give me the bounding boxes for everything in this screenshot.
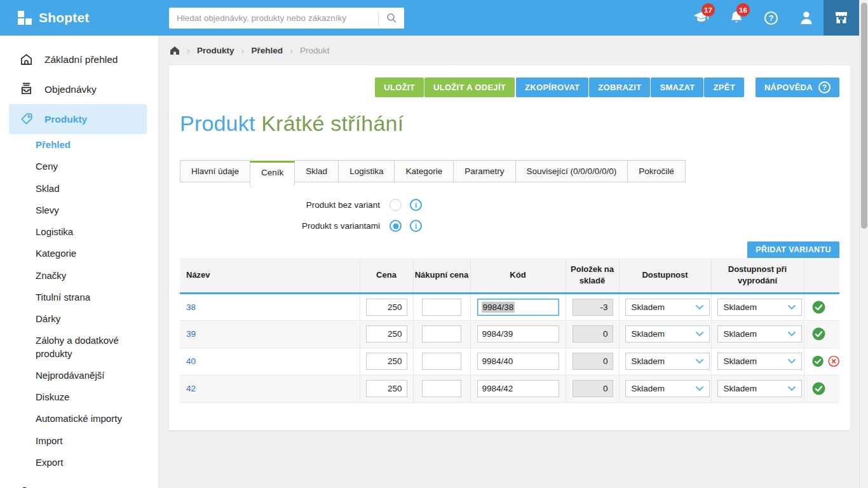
availability-select[interactable]: Skladem [625, 299, 710, 316]
visible-check-icon[interactable] [812, 382, 825, 395]
store-button[interactable] [824, 0, 859, 36]
save-button[interactable]: ULOŽIT [375, 78, 424, 97]
variant-row-39: 39 Skladem Skladem [180, 320, 839, 348]
sidebar-item-label: Základní přehled [44, 54, 118, 65]
variant-without-label: Produkt bez variant [180, 200, 390, 210]
sidebar-subitem-logistika[interactable]: Logistika [0, 221, 158, 243]
tab-kategorie[interactable]: Kategorie [394, 160, 454, 182]
info-icon[interactable]: i [410, 220, 422, 232]
info-icon[interactable]: i [410, 199, 422, 211]
price-input[interactable] [366, 299, 407, 316]
help-icon: ? [764, 11, 778, 25]
sidebar-item-objednavky[interactable]: Objednávky [0, 74, 158, 104]
chevron-down-icon [787, 331, 796, 337]
soldout-availability-select[interactable]: Skladem [717, 325, 802, 342]
sidebar: Základní přehled Objednávky Produkty Pře… [0, 36, 159, 488]
code-input-focused[interactable]: 9984/38 [477, 299, 559, 316]
availability-select[interactable]: Skladem [625, 325, 710, 342]
copy-button[interactable]: ZKOPÍROVAT [516, 78, 588, 97]
page-title: Produkt Krátké stříhání [180, 111, 839, 136]
price-input[interactable] [366, 380, 407, 397]
sidebar-subitem-ceny[interactable]: Ceny [0, 156, 158, 177]
variant-without-radio[interactable] [390, 199, 402, 211]
availability-select[interactable]: Skladem [625, 353, 710, 370]
sidebar-item-zakladni-prehled[interactable]: Základní přehled [0, 44, 158, 74]
tab-hlavni-udaje[interactable]: Hlavní údaje [180, 160, 250, 182]
sidebar-subitem-znacky[interactable]: Značky [0, 265, 158, 287]
code-input[interactable] [477, 325, 559, 342]
view-button[interactable]: ZOBRAZIT [589, 78, 650, 97]
help-button-card[interactable]: NÁPOVĚDA ? [756, 78, 839, 97]
tab-parametry[interactable]: Parametry [453, 160, 515, 182]
orders-icon [19, 82, 34, 97]
sidebar-subitem-automaticke-importy[interactable]: Automatické importy [0, 408, 158, 430]
variant-name-link[interactable]: 38 [180, 302, 196, 312]
sidebar-item-produkty[interactable]: Produkty [9, 104, 147, 134]
variant-name-link[interactable]: 39 [180, 329, 196, 339]
page-scrollbar[interactable] [859, 0, 868, 488]
account-button[interactable] [789, 0, 824, 36]
sidebar-subitem-darky[interactable]: Dárky [0, 308, 158, 330]
sidebar-subitem-sklad[interactable]: Sklad [0, 178, 158, 200]
product-card: ULOŽIT ULOŽIT A ODEJÍT ZKOPÍROVAT ZOBRAZ… [169, 65, 850, 430]
search-input[interactable] [169, 13, 378, 23]
tab-souvisejici[interactable]: Související (0/0/0/0/0/0) [515, 160, 628, 182]
delete-button[interactable]: SMAZAT [651, 78, 703, 97]
code-input[interactable] [477, 380, 559, 397]
sidebar-subitem-kategorie[interactable]: Kategorie [0, 243, 158, 264]
sidebar-subitem-export[interactable]: Export [0, 452, 158, 473]
soldout-availability-select[interactable]: Skladem [717, 380, 802, 397]
breadcrumb-separator: › [187, 45, 190, 56]
soldout-availability-select[interactable]: Skladem [717, 353, 802, 370]
price-input[interactable] [366, 325, 407, 342]
sidebar-subitem-slevy[interactable]: Slevy [0, 200, 158, 221]
action-buttons: ULOŽIT ULOŽIT A ODEJÍT ZKOPÍROVAT ZOBRAZ… [180, 65, 839, 97]
scrollbar-thumb[interactable] [861, 3, 867, 229]
customers-icon [19, 485, 34, 488]
soldout-availability-select[interactable]: Skladem [717, 299, 802, 316]
tab-cenik[interactable]: Ceník [250, 161, 295, 186]
shoptet-logo[interactable]: Shoptet [0, 10, 159, 25]
variant-with-radio[interactable] [390, 220, 402, 232]
help-button[interactable]: ? [754, 0, 789, 36]
academy-button[interactable]: 17 [684, 0, 719, 36]
sidebar-subitem-import[interactable]: Import [0, 430, 158, 452]
col-header-dostupnost: Dostupnost [619, 258, 711, 293]
search-icon[interactable] [379, 8, 404, 29]
sidebar-subitem-nejprodavanejsi[interactable]: Nejprodávanější [0, 365, 158, 386]
notifications-button[interactable]: 16 [719, 0, 754, 36]
save-and-exit-button[interactable]: ULOŽIT A ODEJÍT [424, 78, 515, 97]
variant-row-40: 40 Skladem Skladem [180, 348, 839, 375]
code-input[interactable] [477, 353, 559, 370]
variant-name-link[interactable]: 42 [180, 384, 196, 393]
sidebar-subitem-titulni-strana[interactable]: Titulní strana [0, 287, 158, 308]
breadcrumb-prehled[interactable]: Přehled [252, 46, 283, 55]
visible-check-icon[interactable] [812, 327, 825, 341]
purchase-price-input[interactable] [422, 380, 461, 397]
sidebar-subitem-prehled[interactable]: Přehled [0, 134, 158, 156]
breadcrumb-home-icon[interactable] [170, 46, 180, 55]
tab-logistika[interactable]: Logistika [338, 160, 395, 182]
tab-sklad[interactable]: Sklad [294, 160, 339, 182]
tab-pokrocile[interactable]: Pokročilé [627, 160, 686, 182]
select-value: Skladem [632, 329, 665, 339]
col-header-polozek: Položek na skladě [566, 258, 619, 293]
sidebar-subitem-diskuze[interactable]: Diskuze [0, 386, 158, 408]
price-input[interactable] [366, 353, 407, 370]
sidebar-item-zakaznici[interactable]: Zákazníci [0, 477, 158, 488]
academy-badge: 17 [702, 3, 715, 17]
visible-check-icon[interactable] [812, 301, 825, 314]
purchase-price-input[interactable] [422, 299, 461, 316]
delete-x-icon[interactable] [828, 355, 839, 368]
topbar-icons: 17 16 ? [684, 0, 868, 36]
add-variant-button[interactable]: PŘIDAT VARIANTU [747, 241, 839, 258]
sidebar-subitem-zalohy[interactable]: Zálohy a dodatkové produkty [0, 330, 158, 365]
select-value: Skladem [724, 356, 757, 366]
breadcrumb-produkty[interactable]: Produkty [197, 46, 234, 55]
back-button[interactable]: ZPĚT [704, 78, 743, 97]
purchase-price-input[interactable] [422, 325, 461, 342]
visible-check-icon[interactable] [812, 355, 824, 368]
variant-name-link[interactable]: 40 [180, 356, 196, 366]
availability-select[interactable]: Skladem [625, 380, 710, 397]
purchase-price-input[interactable] [422, 353, 461, 370]
